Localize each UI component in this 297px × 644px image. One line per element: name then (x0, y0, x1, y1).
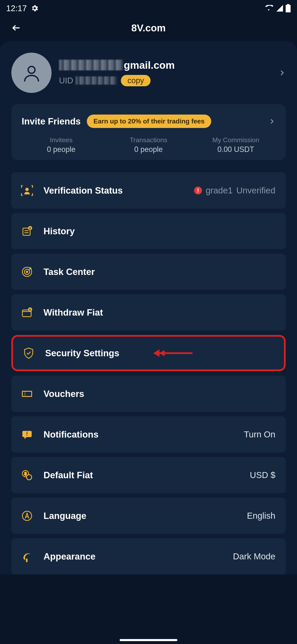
theme-icon (19, 550, 35, 563)
invite-title: Invite Friends (22, 116, 81, 126)
menu-verification-status[interactable]: Verification Status ! grade1 Unverified (11, 172, 286, 208)
svg-text:$: $ (29, 308, 31, 311)
currency-icon: $ (19, 469, 35, 481)
invite-friends-card[interactable]: Invite Friends Earn up to 20% of their t… (11, 104, 286, 160)
back-button[interactable] (11, 23, 21, 33)
item-label: Vouchers (43, 389, 275, 399)
user-email: gmail.com (59, 59, 271, 71)
verification-value: ! grade1 Unverified (194, 186, 275, 196)
item-value: Dark Mode (233, 552, 275, 562)
alert-icon: ! (194, 186, 202, 194)
item-label: Task Center (43, 267, 275, 277)
menu-vouchers[interactable]: Vouchers (11, 376, 286, 412)
item-label: Language (43, 511, 239, 521)
wifi-icon (265, 5, 274, 12)
item-value: USD $ (250, 470, 275, 480)
svg-point-2 (28, 66, 35, 73)
signal-icon (276, 5, 284, 12)
profile-row[interactable]: gmail.com UID copy (11, 53, 286, 93)
menu-default-fiat[interactable]: $ Default Fiat USD $ (11, 457, 286, 493)
email-obscured (59, 60, 123, 70)
wallet-icon: $ (19, 306, 35, 319)
uid-obscured (75, 76, 117, 85)
menu-appearance[interactable]: Appearance Dark Mode (11, 538, 286, 574)
page-title: 8V.com (0, 22, 297, 34)
status-bar: 12:17 (0, 0, 297, 16)
invite-badge: Earn up to 20% of their trading fees (87, 114, 211, 128)
item-label: Appearance (43, 551, 225, 562)
status-time: 12:17 (6, 4, 27, 13)
arrow-left-icon (11, 23, 21, 33)
item-label: Notifications (43, 429, 236, 440)
chevron-right-icon (278, 69, 286, 76)
history-icon: $ (19, 225, 35, 237)
svg-point-3 (25, 188, 29, 191)
menu-security-settings[interactable]: Security Settings (11, 335, 286, 371)
svg-point-11 (26, 271, 28, 273)
target-icon (19, 266, 35, 278)
stat-commission: My Commission 0.00 USDT (192, 136, 280, 154)
svg-text:$: $ (24, 472, 27, 476)
home-indicator[interactable] (120, 639, 177, 641)
annotation-arrow-icon (153, 347, 192, 359)
item-label: Verification Status (43, 185, 186, 196)
battery-icon (286, 4, 291, 12)
item-label: Withdraw Fiat (43, 307, 275, 318)
svg-rect-0 (286, 5, 291, 12)
stat-transactions: Transactions 0 people (105, 136, 192, 154)
avatar[interactable] (11, 53, 51, 93)
item-value: Turn On (244, 430, 276, 440)
menu-language[interactable]: Language English (11, 498, 286, 534)
language-icon (19, 510, 35, 522)
notification-icon: ! (19, 428, 35, 441)
gear-icon (30, 4, 39, 12)
shield-icon (20, 347, 37, 359)
voucher-icon (19, 388, 35, 400)
item-value: English (247, 511, 275, 521)
item-label: Default Fiat (43, 470, 242, 480)
item-label: History (43, 226, 275, 236)
menu-withdraw-fiat[interactable]: $ Withdraw Fiat (11, 294, 286, 330)
svg-rect-1 (287, 4, 289, 5)
stat-invitees: Invitees 0 people (17, 136, 105, 154)
status-indicators (265, 4, 291, 12)
svg-rect-16 (22, 391, 32, 396)
menu-task-center[interactable]: Task Center (11, 254, 286, 290)
menu-notifications[interactable]: ! Notifications Turn On (11, 416, 286, 452)
svg-text:!: ! (26, 431, 28, 436)
user-icon (21, 62, 42, 83)
chevron-right-icon (268, 118, 275, 125)
menu-history[interactable]: $ History (11, 213, 286, 249)
copy-button[interactable]: copy (121, 75, 151, 86)
page-header: 8V.com (0, 16, 297, 39)
svg-rect-24 (26, 558, 28, 562)
id-scan-icon (19, 184, 35, 197)
uid-label: UID (59, 76, 117, 85)
svg-text:$: $ (29, 226, 31, 230)
